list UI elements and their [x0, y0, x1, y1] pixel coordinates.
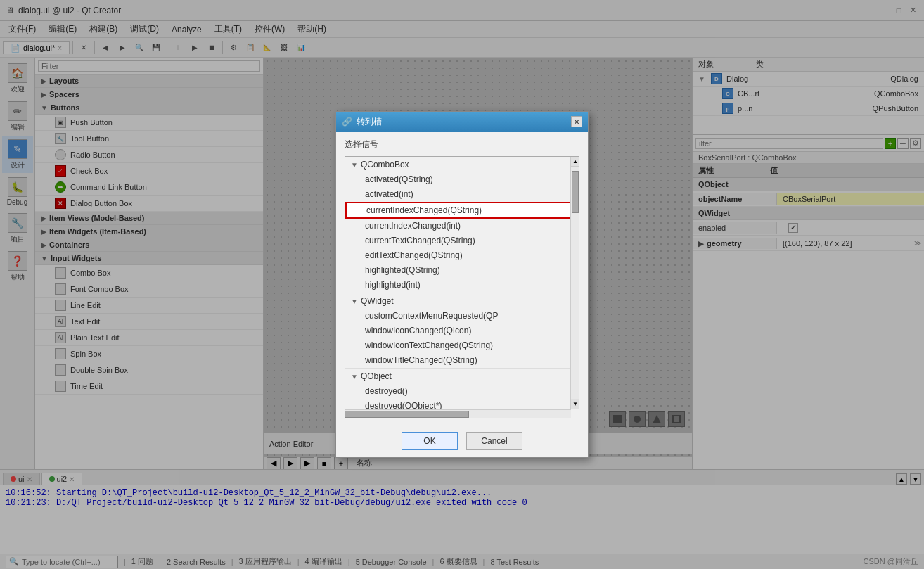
signal-window-icon-text-changed[interactable]: windowIconTextChanged(QString) [345, 338, 579, 353]
signal-group-header-qwidget[interactable]: ▼ QWidget [345, 293, 579, 309]
modal-overlay: 🔗 转到槽 ✕ 选择信号 ▼ QComboBox activated(QStri… [0, 0, 924, 569]
scroll-thumb [572, 171, 579, 213]
signal-current-text-changed[interactable]: currentTextChanged(QString) [345, 234, 579, 248]
signal-group-qcombobox: ▼ QComboBox activated(QString) activated… [345, 157, 579, 293]
modal-title-left: 🔗 转到槽 [342, 116, 382, 128]
signal-group-header-qcombobox[interactable]: ▼ QComboBox [345, 157, 579, 172]
h-scroll-thumb [345, 411, 469, 418]
signal-highlighted-int[interactable]: highlighted(int) [345, 278, 579, 293]
modal-select-label: 选择信号 [345, 139, 579, 151]
signal-window-title-changed[interactable]: windowTitleChanged(QString) [345, 353, 579, 368]
signal-activated-int[interactable]: activated(int) [345, 187, 579, 202]
qobject-label: QObject [361, 371, 392, 381]
modal-ok-button[interactable]: OK [402, 432, 458, 450]
qobject-arrow: ▼ [351, 373, 358, 381]
modal-body: 选择信号 ▼ QComboBox activated(QString) acti… [336, 132, 588, 425]
signal-activated-qstring[interactable]: activated(QString) [345, 172, 579, 187]
qwidget-arrow: ▼ [351, 298, 358, 305]
signal-tree: ▼ QComboBox activated(QString) activated… [345, 156, 579, 409]
modal-h-scrollbar[interactable] [345, 409, 571, 418]
signal-edit-text-changed[interactable]: editTextChanged(QString) [345, 248, 579, 263]
signal-group-header-qobject[interactable]: ▼ QObject [345, 369, 579, 384]
signal-destroyed[interactable]: destroyed() [345, 384, 579, 399]
qcombobox-arrow: ▼ [351, 161, 358, 169]
signal-group-qobject: ▼ QObject destroyed() destroyed(QObject*… [345, 369, 579, 409]
modal-dialog: 🔗 转到槽 ✕ 选择信号 ▼ QComboBox activated(QStri… [335, 111, 589, 458]
modal-close-button[interactable]: ✕ [571, 116, 582, 127]
modal-titlebar: 🔗 转到槽 ✕ [336, 112, 588, 132]
qwidget-label: QWidget [361, 296, 394, 306]
signal-destroyed-qobject[interactable]: destroyed(QObject*) [345, 399, 579, 409]
modal-title-icon: 🔗 [342, 117, 352, 127]
scroll-up-btn[interactable]: ▲ [571, 157, 579, 167]
modal-v-scrollbar[interactable]: ▲ ▼ [570, 157, 579, 409]
signal-current-index-changed-qstring[interactable]: currentIndexChanged(QString) [345, 202, 579, 219]
qcombobox-label: QComboBox [361, 160, 409, 170]
signal-group-qwidget: ▼ QWidget customContextMenuRequested(QP … [345, 293, 579, 369]
modal-footer: OK Cancel [336, 425, 588, 457]
scroll-down-btn[interactable]: ▼ [571, 399, 579, 409]
signal-highlighted-qstring[interactable]: highlighted(QString) [345, 263, 579, 278]
signal-custom-context-menu[interactable]: customContextMenuRequested(QP [345, 309, 579, 324]
modal-title-text: 转到槽 [357, 116, 382, 128]
signal-window-icon-changed[interactable]: windowIconChanged(QIcon) [345, 324, 579, 338]
signal-current-index-changed-int[interactable]: currentIndexChanged(int) [345, 219, 579, 234]
modal-cancel-button[interactable]: Cancel [466, 432, 522, 450]
